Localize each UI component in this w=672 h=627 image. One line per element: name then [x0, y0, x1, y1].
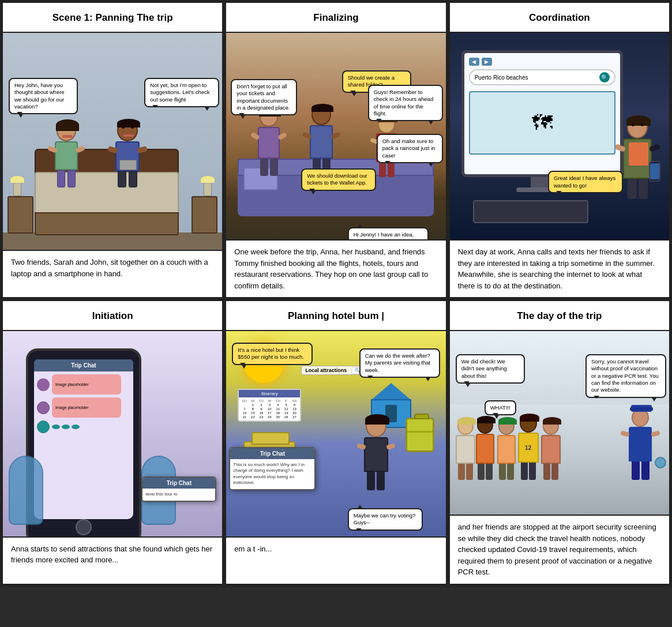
cell-title-planning: Planning hotel bum |	[226, 301, 445, 331]
cell-title-dayoftrip: The day of the trip	[450, 301, 669, 331]
cell-finalizing: Finalizing	[225, 2, 446, 298]
storyboard: Scene 1: Panning The trip	[0, 0, 672, 587]
cell-caption-planning: em a t -in...	[226, 538, 445, 584]
cell-scene1: Scene 1: Panning The trip	[2, 2, 223, 298]
bubble-f2-6: Hi Jenny! I have an idea, let's all go t…	[348, 227, 429, 241]
bubble-sarah: Hey John, have you thought about where w…	[9, 78, 78, 114]
cell-planning: Planning hotel bum | Local attractions 🔍…	[225, 300, 446, 585]
cell-title-finalizing: Finalizing	[226, 3, 445, 33]
cell-image-dayoftrip: 12	[450, 331, 669, 516]
bubble-john: Not yet, but I'm open to suggestions. Le…	[144, 78, 219, 107]
local-attractions-label: Local attractions 🔍	[301, 366, 369, 375]
cell-image-coordination: ◀ ▶ Puerto Rico beaches 🔍 🗺	[450, 33, 669, 241]
cell-image-finalizing: Don't forget to put all your tickets and…	[226, 33, 445, 241]
cell-caption-dayoftrip: and her friends are stopped at the airpo…	[450, 516, 669, 584]
cell-image-initiation: Trip Chat Image placeholder Image placeh…	[3, 331, 222, 538]
bubble-dot-1: We did check! We didn't see anything abo…	[456, 354, 525, 384]
bubble-dot-3: Sorry, you cannot travel without proof o…	[585, 354, 666, 398]
bubble-coord-1: Great idea! I have always wanted to go!	[548, 171, 623, 193]
bubble-f2-1: Don't forget to put all your tickets and…	[231, 79, 297, 115]
cell-image-scene1: Hey John, have you thought about where w…	[3, 33, 222, 251]
cell-initiation: Initiation Trip Chat Image placeholder	[2, 300, 223, 585]
bubble-dot-2: WHAT!!!	[485, 400, 516, 415]
cell-caption-scene1: Two friends, Sarah and John, sit togethe…	[3, 251, 222, 297]
cell-title-initiation: Initiation	[3, 301, 222, 331]
cell-title-scene1: Scene 1: Panning The trip	[3, 3, 222, 33]
cell-dayoftrip: The day of the trip	[449, 300, 670, 585]
bubble-plan-3: Maybe we can try voting? Guys--	[348, 508, 423, 531]
bubble-f2-3: Guys! Remember to check in 24 hours ahea…	[368, 85, 443, 121]
bubble-plan-1: It's a nice hotel but I think $550 per n…	[232, 343, 313, 365]
cell-caption-initiation: Anna starts to send attractions that she…	[3, 538, 222, 584]
trip-chat-popup: Trip Chat wow this tour lo	[141, 476, 216, 501]
bubble-plan-2: Can we do the week after? My parents are…	[359, 348, 440, 378]
cell-coordination: Coordination ◀ ▶ Puerto Rico beaches 🔍	[449, 2, 670, 298]
bubble-f2-4: Oh and make sure to pack a raincoat just…	[377, 134, 443, 163]
trip-chat-popup-2: Trip Chat This is so much work!! Why am …	[229, 447, 316, 490]
cell-image-planning: Local attractions 🔍 Itinerary SU M TU W …	[226, 331, 445, 538]
cell-title-coordination: Coordination	[450, 3, 669, 33]
cell-caption-finalizing: One week before the trip, Anna, her husb…	[226, 241, 445, 297]
cell-caption-coordination: Next day at work, Anna calls and texts h…	[450, 241, 669, 297]
bubble-f2-5: We should download our tickets to the Wa…	[301, 168, 376, 191]
